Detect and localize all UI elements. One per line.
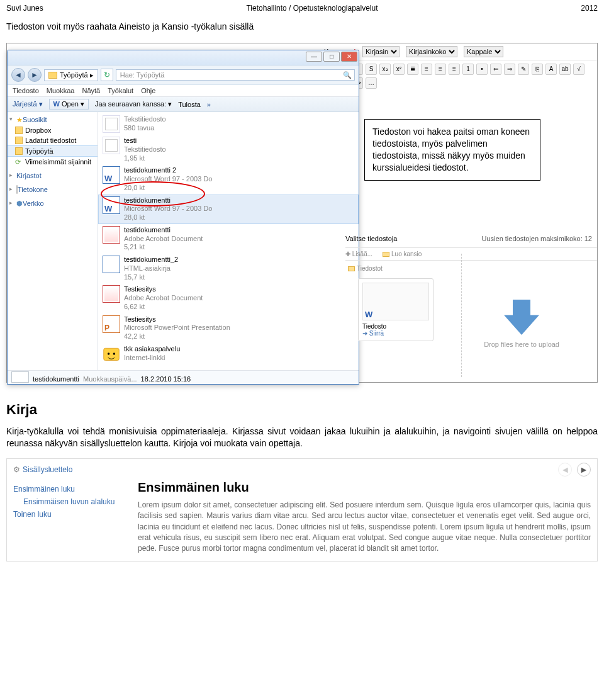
word-file-icon (103, 166, 120, 184)
menu-help[interactable]: Ohje (141, 87, 155, 94)
bullet-list-icon[interactable]: • (476, 64, 488, 75)
breadcrumb-label: Työpöytä ▸ (60, 71, 94, 79)
toc-item[interactable]: Ensimmäisen luvun alaluku (13, 495, 126, 508)
sidebar-favorites-header[interactable]: ★Suosikit (8, 115, 98, 125)
pdf-file-icon (103, 285, 120, 303)
move-file-button[interactable]: ➜ Siirrä (362, 330, 429, 337)
toc-item[interactable]: Toinen luku (13, 508, 126, 521)
status-date: 18.2.2010 15:16 (141, 375, 191, 383)
file-name: Testiesitys (124, 315, 230, 324)
minimize-icon[interactable]: — (306, 52, 322, 62)
indent-icon[interactable]: ⇒ (504, 64, 515, 75)
header-left: Suvi Junes (6, 4, 43, 13)
close-icon[interactable]: ✕ (341, 52, 357, 62)
arrange-button[interactable]: Järjestä ▾ (13, 100, 43, 108)
menu-tools[interactable]: Työkalut (108, 87, 133, 94)
kirja-heading: Kirja (6, 402, 598, 418)
add-file-button[interactable]: ✚ Lisää... (345, 251, 372, 257)
svg-point-2 (113, 353, 116, 355)
sidebar-item-recent[interactable]: ⟳Viimeisimmät sijainnit (8, 157, 98, 167)
star-icon: ★ (16, 116, 23, 123)
forward-button-icon[interactable]: ► (28, 68, 42, 82)
drop-hint-label: Drop files here to upload (484, 341, 559, 348)
file-row[interactable]: testiTekstitiedosto1,95 kt (98, 135, 359, 164)
file-row[interactable]: TestiesitysMicrosoft PowerPoint Presenta… (98, 313, 359, 343)
toc-link[interactable]: ⚙Sisällysluettelo (13, 465, 72, 474)
sidebar-item-dropbox[interactable]: Dropbox (8, 125, 98, 135)
file-name: Testiesitys (124, 285, 203, 294)
print-button[interactable]: Tulosta (178, 101, 201, 108)
svg-rect-0 (104, 348, 120, 360)
file-row[interactable]: testidokumenttiAdobe Acrobat Document5,2… (98, 224, 359, 254)
outdent-icon[interactable]: ⇐ (490, 64, 501, 75)
ordered-list-icon[interactable]: 1 (462, 64, 474, 75)
subscript-icon[interactable]: x₂ (379, 64, 391, 75)
explorer-menu-bar: Tiedosto Muokkaa Näytä Työkalut Ohje (8, 85, 359, 97)
file-row[interactable]: TestiesitysAdobe Acrobat Document6,62 kt (98, 283, 359, 313)
sqrt-icon[interactable]: √ (573, 64, 584, 75)
file-name: testidokumentti_2 (124, 256, 178, 264)
file-row[interactable]: tkk asiakaspalveluInternet-linkki (98, 343, 359, 364)
align-left-icon[interactable]: ≣ (407, 64, 418, 75)
file-name: testi (124, 137, 166, 145)
kirja-paragraph: Kirja-työkalulla voi tehdä monisivuisia … (6, 426, 598, 449)
paragraph-style-select[interactable]: Kappale (464, 46, 503, 57)
font-family-select[interactable]: Kirjasin (362, 46, 400, 57)
more-icon[interactable]: … (366, 77, 377, 89)
create-folder-button[interactable]: Luo kansio (383, 251, 422, 257)
explorer-sidebar: ★Suosikit Dropbox Ladatut tiedostot Työp… (8, 112, 98, 370)
prev-page-icon[interactable]: ◄ (558, 463, 572, 477)
align-right-icon[interactable]: ≡ (435, 64, 446, 75)
book-chapter-content: Ensimmäinen luku Lorem ipsum dolor sit a… (138, 480, 591, 555)
toolbar-more-icon[interactable]: » (207, 101, 211, 108)
explanation-callout: Tiedoston voi hakea paitsi oman koneen t… (364, 119, 540, 181)
font-size-select[interactable]: Kirjasinkoko (406, 46, 457, 57)
file-list: Tekstitiedosto580 tavuatestiTekstitiedos… (98, 112, 359, 370)
strike-icon[interactable]: S (366, 64, 377, 75)
font-color-icon[interactable]: A (545, 64, 557, 75)
file-size: 15,7 kt (124, 273, 178, 282)
next-page-icon[interactable]: ► (577, 463, 591, 477)
share-button[interactable]: Jaa seuraavan kanssa: ▾ (95, 100, 172, 108)
breadcrumb[interactable]: Työpöytä ▸ (44, 69, 98, 81)
file-type: HTML-asiakirja (124, 264, 178, 273)
file-type: Adobe Acrobat Document (124, 294, 203, 303)
page-header: Suvi Junes Tietohallinto / Opetusteknolo… (0, 0, 604, 14)
sidebar-network-header[interactable]: ⬢Verkko (8, 198, 98, 209)
menu-file[interactable]: Tiedosto (13, 87, 39, 94)
sidebar-item-downloads[interactable]: Ladatut tiedostot (8, 135, 98, 145)
file-type: Tekstitiedosto (124, 115, 166, 124)
highlight-icon[interactable]: ab (559, 64, 571, 75)
align-center-icon[interactable]: ≡ (421, 64, 432, 75)
sidebar-item-desktop[interactable]: Työpöytä (8, 145, 98, 157)
edit-icon[interactable]: ✎ (518, 64, 529, 75)
file-type: Internet-linkki (124, 354, 180, 363)
menu-edit[interactable]: Muokkaa (47, 87, 75, 94)
network-icon: ⬢ (16, 200, 23, 207)
sidebar-computer-header[interactable]: Tietokone (8, 184, 98, 195)
window-titlebar[interactable]: — □ ✕ (8, 50, 359, 65)
superscript-icon[interactable]: x² (393, 64, 405, 75)
toc-item[interactable]: Ensimmäinen luku (13, 483, 126, 495)
maximize-icon[interactable]: □ (323, 52, 340, 62)
recent-icon: ⟳ (15, 158, 23, 166)
open-button[interactable]: W Open ▾ (49, 99, 89, 110)
status-filename: testidokumentti (33, 375, 79, 383)
folder-breadcrumb[interactable]: Tiedostot (345, 261, 597, 272)
upload-file-card[interactable]: Tiedosto ➜ Siirrä (358, 278, 433, 341)
file-row[interactable]: Tekstitiedosto580 tavua (98, 113, 359, 135)
refresh-icon[interactable]: ↻ (101, 69, 113, 81)
sidebar-libraries-header[interactable]: Kirjastot (8, 171, 98, 181)
file-size: 6,62 kt (124, 303, 203, 312)
file-size: 5,21 kt (124, 243, 203, 252)
back-button-icon[interactable]: ◄ (11, 68, 25, 82)
search-input[interactable]: Hae: Työpöytä🔍 (116, 69, 355, 81)
file-row[interactable]: testidokumentti_2HTML-asiakirja15,7 kt (98, 254, 359, 283)
drop-target[interactable]: Drop files here to upload (484, 295, 559, 348)
gear-icon: ⚙ (13, 465, 20, 474)
align-justify-icon[interactable]: ≡ (449, 64, 460, 75)
menu-view[interactable]: Näytä (82, 87, 100, 94)
paste-icon[interactable]: ⎘ (532, 64, 543, 75)
select-files-label: Valitse tiedostoja (345, 235, 397, 242)
screenshot-file-dialog: Kuvaus* Kirjasin Kirjasinkoko Kappale B … (6, 43, 598, 383)
